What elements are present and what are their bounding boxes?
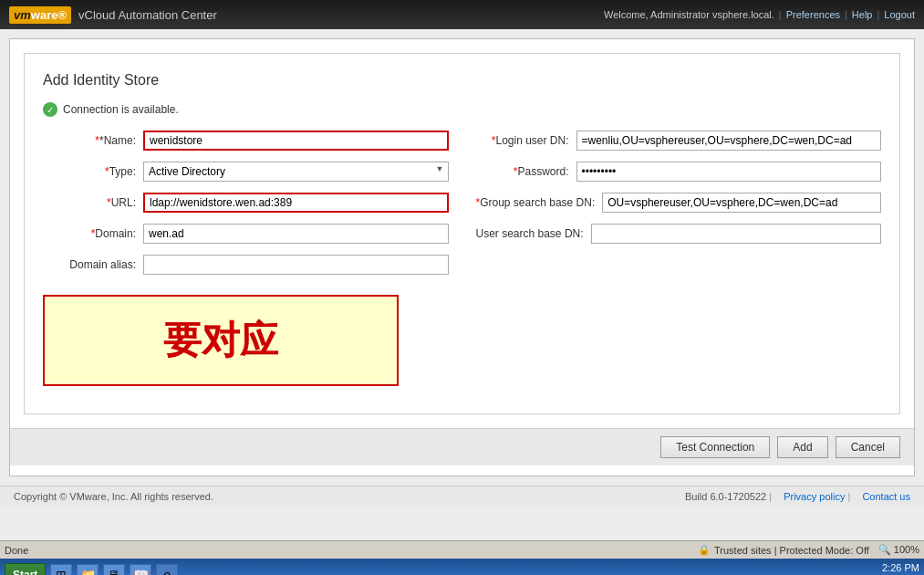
- zoom-control[interactable]: 🔍 100%: [878, 544, 919, 556]
- pipe1: |: [769, 491, 774, 502]
- pipe2: |: [847, 491, 853, 502]
- contact-us-link[interactable]: Contact us: [862, 491, 910, 502]
- password-label-text: Password:: [517, 165, 568, 178]
- connection-status-text: Connection is available.: [63, 103, 179, 116]
- logo-area: vmware® vCloud Automation Center: [9, 6, 217, 24]
- protected-mode: 🔒 Trusted sites | Protected Mode: Off: [698, 544, 869, 556]
- logout-link[interactable]: Logout: [884, 9, 915, 20]
- copyright-text: Copyright © VMware, Inc. All rights rese…: [14, 491, 213, 502]
- type-row: *Type: Active Directory LDAP: [43, 162, 449, 182]
- browser-status-bar: Done 🔒 Trusted sites | Protected Mode: O…: [0, 540, 924, 559]
- login-dn-row: *Login user DN:: [476, 131, 882, 151]
- divider3: |: [877, 9, 879, 20]
- add-button[interactable]: Add: [777, 436, 827, 458]
- password-input[interactable]: [576, 162, 882, 182]
- domain-alias-label: Domain alias:: [43, 258, 143, 271]
- taskbar-ie-icon[interactable]: e: [156, 564, 178, 576]
- form-footer: Test Connection Add Cancel: [10, 428, 914, 465]
- group-search-label: *Group search base DN:: [476, 196, 603, 209]
- domain-label: *Domain:: [43, 227, 143, 240]
- copyright-bar: Copyright © VMware, Inc. All rights rese…: [0, 486, 924, 507]
- user-search-row: User search base DN:: [476, 224, 882, 244]
- taskbar: Start ⊞ 📁 🖥 📖 e 2:26 PM 9/3/2014: [0, 559, 924, 575]
- type-label-text: Type:: [109, 165, 136, 178]
- domain-label-text: Domain:: [95, 227, 136, 240]
- copyright-links: Build 6.0-1720522 | Privacy policy | Con…: [685, 491, 910, 502]
- taskbar-icon-4[interactable]: 📖: [130, 564, 151, 576]
- app-title: vCloud Automation Center: [78, 8, 217, 22]
- user-search-input[interactable]: [591, 224, 881, 244]
- taskbar-icon-2[interactable]: 📁: [77, 564, 99, 576]
- type-select[interactable]: Active Directory LDAP: [143, 162, 449, 182]
- type-label: *Type:: [43, 165, 143, 178]
- form-left-column: **Name: *Type: Active Directory LDAP: [43, 131, 449, 286]
- login-dn-input[interactable]: [576, 131, 882, 151]
- vm-text: vm: [14, 8, 31, 22]
- url-row: *URL:: [43, 193, 449, 213]
- user-search-label-text: User search base DN:: [476, 227, 584, 240]
- login-dn-label-text: Login user DN:: [495, 134, 568, 147]
- domain-alias-row: Domain alias:: [43, 255, 449, 275]
- shield-icon: 🔒: [698, 544, 711, 556]
- login-dn-label: *Login user DN:: [476, 134, 576, 147]
- start-button[interactable]: Start: [5, 563, 46, 576]
- url-label-text: URL:: [111, 196, 136, 209]
- divider1: |: [779, 9, 782, 20]
- domain-alias-input[interactable]: [143, 255, 449, 275]
- cancel-button[interactable]: Cancel: [836, 436, 900, 458]
- welcome-text: Welcome, Administrator vsphere.local.: [604, 9, 774, 20]
- ware-text: ware: [31, 8, 58, 22]
- preferences-link[interactable]: Preferences: [786, 9, 840, 20]
- taskbar-icon-1[interactable]: ⊞: [50, 564, 72, 576]
- name-input[interactable]: [143, 131, 449, 151]
- group-search-input[interactable]: [602, 193, 881, 213]
- form-body: **Name: *Type: Active Directory LDAP: [43, 131, 881, 286]
- type-select-wrap: Active Directory LDAP: [143, 162, 449, 182]
- vmware-logo: vmware®: [9, 6, 71, 24]
- url-input[interactable]: [143, 193, 449, 213]
- password-label: *Password:: [476, 165, 576, 178]
- name-row: **Name:: [43, 131, 449, 151]
- status-bar-right: 🔒 Trusted sites | Protected Mode: Off 🔍 …: [698, 544, 919, 556]
- taskbar-right: 2:26 PM 9/3/2014: [880, 561, 919, 575]
- status-done-text: Done: [5, 545, 28, 556]
- form-title: Add Identity Store: [43, 72, 881, 89]
- domain-input[interactable]: [143, 224, 449, 244]
- app-header: vmware® vCloud Automation Center Welcome…: [0, 0, 924, 29]
- clock-time: 2:26 PM: [880, 561, 919, 574]
- annotation-box: 要对应: [43, 295, 399, 386]
- time-display: 2:26 PM 9/3/2014: [880, 561, 919, 575]
- connection-status-bar: ✓ Connection is available.: [43, 102, 881, 117]
- trusted-sites-text: Trusted sites | Protected Mode: Off: [714, 545, 869, 556]
- divider2: |: [845, 9, 847, 20]
- annotation-text: 要对应: [163, 315, 278, 366]
- build-text: Build 6.0-1720522: [685, 491, 766, 502]
- name-label-text: *Name:: [99, 134, 136, 147]
- url-label: *URL:: [43, 196, 143, 209]
- inner-page: Add Identity Store ✓ Connection is avail…: [9, 38, 915, 476]
- domain-row: *Domain:: [43, 224, 449, 244]
- privacy-policy-link[interactable]: Privacy policy: [784, 491, 845, 502]
- form-right-column: *Login user DN: *Password: *: [476, 131, 882, 286]
- help-link[interactable]: Help: [852, 9, 873, 20]
- main-wrapper: Add Identity Store ✓ Connection is avail…: [0, 29, 924, 540]
- user-search-label: User search base DN:: [476, 227, 591, 240]
- password-row: *Password:: [476, 162, 882, 182]
- add-identity-store-form: Add Identity Store ✓ Connection is avail…: [24, 53, 900, 414]
- header-nav: Welcome, Administrator vsphere.local. | …: [604, 9, 915, 20]
- group-search-row: *Group search base DN:: [476, 193, 882, 213]
- group-search-label-text: Group search base DN:: [480, 196, 595, 209]
- taskbar-icon-3[interactable]: 🖥: [103, 564, 125, 576]
- test-connection-button[interactable]: Test Connection: [660, 436, 770, 458]
- annotation-area: 要对应: [43, 295, 881, 386]
- connection-status-icon: ✓: [43, 102, 57, 117]
- name-label: **Name:: [43, 134, 143, 147]
